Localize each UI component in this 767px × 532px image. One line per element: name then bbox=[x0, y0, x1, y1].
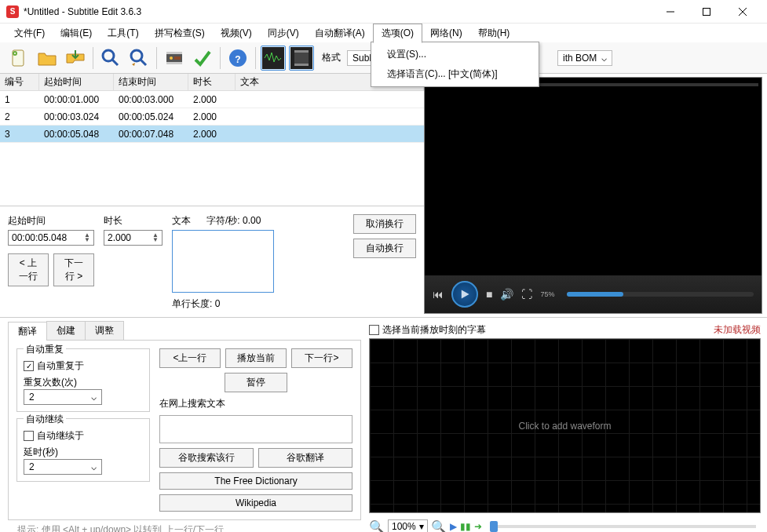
svg-rect-12 bbox=[166, 62, 182, 64]
play-button[interactable] bbox=[451, 281, 478, 308]
svg-point-6 bbox=[103, 50, 114, 61]
position-slider[interactable] bbox=[490, 525, 756, 528]
google-translate-button[interactable]: 谷歌翻译 bbox=[258, 448, 352, 468]
svg-rect-1 bbox=[703, 8, 710, 15]
encoding-select[interactable]: ith BOM ⌵ bbox=[557, 50, 612, 66]
checkbox-icon bbox=[24, 431, 34, 441]
svg-line-7 bbox=[112, 60, 118, 65]
freedict-button[interactable]: The Free Dictionary bbox=[159, 472, 352, 490]
pause-button[interactable]: 暂停 bbox=[225, 373, 287, 392]
volume-icon[interactable]: 🔊 bbox=[500, 288, 513, 301]
auto-repeat-checkbox[interactable]: ✓ 自动重复于 bbox=[24, 359, 143, 373]
visual-sync-button[interactable] bbox=[162, 46, 187, 71]
menu-options[interactable]: 选项(O) bbox=[373, 24, 422, 43]
menu-settings[interactable]: 设置(S)... bbox=[371, 45, 539, 64]
spinner-arrows-icon[interactable]: ▲▼ bbox=[152, 233, 159, 242]
svg-point-13 bbox=[170, 56, 173, 60]
play-icon[interactable]: ▶ bbox=[450, 521, 457, 532]
video-button[interactable] bbox=[289, 46, 314, 71]
open-file-button[interactable] bbox=[35, 46, 60, 71]
repeat-count-select[interactable]: 2 ⌵ bbox=[24, 389, 102, 405]
zoom-in-icon[interactable]: 🔍 bbox=[431, 519, 447, 533]
format-label: 格式 bbox=[322, 51, 341, 64]
menubar: 文件(F) 编辑(E) 工具(T) 拼写检查(S) 视频(V) 同步(V) 自动… bbox=[0, 24, 767, 42]
menu-spellcheck[interactable]: 拼写检查(S) bbox=[147, 24, 213, 42]
duration-label: 时长 bbox=[104, 214, 163, 228]
spellcheck-button[interactable] bbox=[190, 46, 215, 71]
help-button[interactable]: ? bbox=[225, 46, 250, 71]
select-current-checkbox[interactable] bbox=[369, 325, 379, 335]
svg-point-8 bbox=[131, 50, 142, 61]
zoom-out-icon[interactable]: 🔍 bbox=[369, 519, 385, 533]
options-dropdown: 设置(S)... 选择语言(C)... [中文(简体)] bbox=[371, 42, 539, 87]
menu-video[interactable]: 视频(V) bbox=[213, 24, 260, 42]
svg-rect-11 bbox=[166, 52, 182, 54]
find-button[interactable] bbox=[98, 46, 123, 71]
play-current-button[interactable]: 播放当前 bbox=[225, 348, 287, 368]
menu-file[interactable]: 文件(F) bbox=[6, 24, 53, 42]
chevron-down-icon: ⌵ bbox=[601, 53, 607, 64]
menu-help[interactable]: 帮助(H) bbox=[470, 24, 518, 42]
stop-icon[interactable]: ■ bbox=[486, 288, 492, 301]
start-time-spinner[interactable]: 00:00:05.048 ▲▼ bbox=[8, 230, 94, 246]
next-line-button[interactable]: 下一行 > bbox=[53, 253, 94, 286]
maximize-button[interactable] bbox=[688, 0, 725, 24]
subtitle-grid[interactable]: 1 00:00:01.000 00:00:03.000 2.000 2 00:0… bbox=[0, 91, 424, 202]
svg-rect-20 bbox=[294, 64, 309, 66]
minimize-button[interactable] bbox=[652, 0, 688, 24]
delay-select[interactable]: 2 ⌵ bbox=[24, 459, 102, 475]
col-start[interactable]: 起始时间 bbox=[39, 74, 114, 90]
delay-label: 延时(秒) bbox=[24, 446, 143, 459]
menu-network[interactable]: 网络(N) bbox=[422, 24, 470, 42]
menu-choose-language[interactable]: 选择语言(C)... [中文(简体)] bbox=[371, 64, 539, 84]
table-row[interactable]: 3 00:00:05.048 00:00:07.048 2.000 bbox=[0, 126, 424, 143]
repeat-count-label: 重复次数(次) bbox=[24, 376, 143, 389]
menu-tools[interactable]: 工具(T) bbox=[100, 24, 146, 42]
cps-label: 字符/秒: 0.00 bbox=[206, 214, 261, 230]
volume-slider[interactable] bbox=[567, 292, 754, 297]
tab-create[interactable]: 创建 bbox=[46, 321, 86, 340]
col-number[interactable]: 编号 bbox=[0, 74, 39, 90]
auto-wrap-button[interactable]: 自动换行 bbox=[353, 239, 416, 258]
table-row[interactable]: 1 00:00:01.000 00:00:03.000 2.000 bbox=[0, 91, 424, 108]
insert-icon[interactable]: ▮▮ bbox=[460, 521, 471, 532]
waveform-area[interactable]: Click to add waveform bbox=[369, 338, 761, 513]
wikipedia-button[interactable]: Wikipedia bbox=[159, 494, 352, 512]
menu-edit[interactable]: 编辑(E) bbox=[53, 24, 100, 42]
svg-rect-18 bbox=[294, 53, 309, 64]
cancel-wrap-button[interactable]: 取消换行 bbox=[353, 214, 416, 234]
close-button[interactable] bbox=[725, 0, 761, 24]
next-button[interactable]: 下一行> bbox=[291, 348, 352, 368]
web-search-input[interactable] bbox=[159, 415, 352, 443]
prev-button[interactable]: <上一行 bbox=[159, 348, 221, 368]
line-length-label: 单行长度: 0 bbox=[172, 297, 344, 311]
goto-icon[interactable]: ➜ bbox=[474, 521, 482, 532]
subtitle-text-input[interactable] bbox=[172, 230, 274, 293]
toolbar-separator bbox=[93, 47, 93, 69]
col-end[interactable]: 结束时间 bbox=[114, 74, 188, 90]
new-file-button[interactable] bbox=[6, 46, 31, 71]
replace-button[interactable] bbox=[126, 46, 152, 71]
video-player[interactable]: ⏮ ■ 🔊 ⛶ 75% bbox=[424, 77, 762, 314]
duration-spinner[interactable]: 2.000 ▲▼ bbox=[104, 230, 163, 246]
subtitle-grid-header: 编号 起始时间 结束时间 时长 文本 bbox=[0, 74, 424, 91]
svg-line-9 bbox=[141, 60, 146, 65]
hint-text: 提示: 使用 <Alt + up/down> 以转到 上一行/下一行 bbox=[8, 520, 361, 532]
menu-sync[interactable]: 同步(V) bbox=[260, 24, 307, 42]
tab-translate[interactable]: 翻译 bbox=[8, 322, 47, 341]
search-web-label: 在网上搜索文本 bbox=[159, 397, 352, 410]
fullscreen-icon[interactable]: ⛶ bbox=[521, 288, 532, 301]
app-icon: S bbox=[6, 5, 19, 18]
waveform-button[interactable] bbox=[261, 46, 286, 71]
table-row[interactable]: 2 00:00:03.024 00:00:05.024 2.000 bbox=[0, 108, 424, 126]
auto-continue-checkbox[interactable]: 自动继续于 bbox=[24, 429, 143, 443]
prev-track-icon[interactable]: ⏮ bbox=[433, 288, 444, 301]
tab-adjust[interactable]: 调整 bbox=[85, 321, 124, 340]
google-search-button[interactable]: 谷歌搜索该行 bbox=[159, 448, 254, 468]
menu-autotranslate[interactable]: 自动翻译(A) bbox=[307, 24, 373, 42]
zoom-select[interactable]: 100% ▾ bbox=[388, 519, 428, 532]
spinner-arrows-icon[interactable]: ▲▼ bbox=[84, 233, 90, 242]
prev-line-button[interactable]: < 上一行 bbox=[8, 253, 49, 286]
save-file-button[interactable] bbox=[63, 46, 88, 71]
col-duration[interactable]: 时长 bbox=[188, 74, 236, 90]
